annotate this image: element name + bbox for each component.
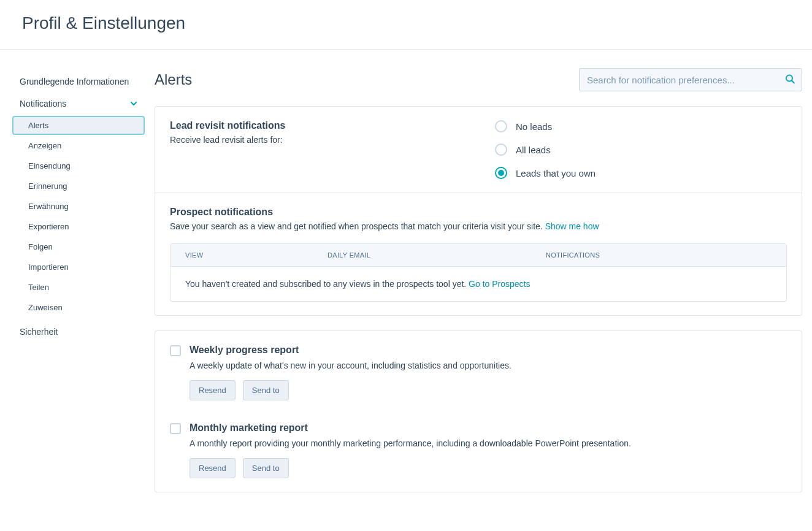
show-me-how-link[interactable]: Show me how <box>545 221 599 231</box>
th-daily-email: DAILY EMAIL <box>313 244 531 266</box>
sidebar-item-label: Erwähnung <box>28 202 69 211</box>
radio-label: No leads <box>516 121 552 132</box>
th-view: VIEW <box>170 244 313 266</box>
chevron-down-icon <box>130 100 137 107</box>
sidebar-subitem-erinnerung[interactable]: Erinnerung <box>12 177 145 196</box>
radio-all-leads[interactable]: All leads <box>495 143 787 156</box>
sidebar-item-notifications[interactable]: Notifications <box>12 94 145 113</box>
radio-label: All leads <box>516 145 551 155</box>
weekly-report-title: Weekly progress report <box>190 345 787 356</box>
weekly-resend-button[interactable]: Resend <box>190 380 236 400</box>
sidebar-item-label: Importieren <box>28 262 69 272</box>
sidebar: Grundlegende Informationen Notifications… <box>0 50 155 522</box>
sidebar-item-label: Erinnerung <box>28 181 67 191</box>
sidebar-subitem-einsendung[interactable]: Einsendung <box>12 156 145 175</box>
sidebar-subitem-exportieren[interactable]: Exportieren <box>12 217 145 236</box>
sidebar-item-label: Folgen <box>28 242 53 251</box>
table-empty-row: You haven't created and subscribed to an… <box>170 267 786 301</box>
sidebar-item-basic-info[interactable]: Grundlegende Informationen <box>12 72 145 91</box>
monthly-send-to-button[interactable]: Send to <box>243 458 289 478</box>
sidebar-item-label: Exportieren <box>28 222 69 231</box>
monthly-report-title: Monthly marketing report <box>190 422 787 434</box>
lead-revisit-title: Lead revisit notifications <box>170 120 462 131</box>
reports-panel: Weekly progress report A weekly update o… <box>155 330 802 492</box>
radio-icon <box>495 143 507 156</box>
sidebar-item-label: Alerts <box>28 121 48 130</box>
search-icon[interactable] <box>785 74 795 86</box>
monthly-report-checkbox[interactable] <box>170 423 181 434</box>
prospect-section: Prospect notifications Save your search … <box>155 193 802 315</box>
sidebar-item-label: Grundlegende Informationen <box>20 77 129 86</box>
sidebar-subitem-anzeigen[interactable]: Anzeigen <box>12 136 145 155</box>
prospect-desc: Save your search as a view and get notif… <box>170 221 787 231</box>
weekly-report-row: Weekly progress report A weekly update o… <box>170 345 787 400</box>
radio-icon <box>495 120 507 132</box>
sidebar-item-label: Zuweisen <box>28 303 63 312</box>
sidebar-subitem-zuweisen[interactable]: Zuweisen <box>12 298 145 317</box>
go-to-prospects-link[interactable]: Go to Prospects <box>469 279 530 289</box>
sidebar-item-label: Anzeigen <box>28 141 61 150</box>
lead-revisit-radio-group: No leads All leads Leads that you own <box>495 120 787 179</box>
svg-line-1 <box>792 81 794 83</box>
sidebar-subitem-alerts[interactable]: Alerts <box>12 116 145 135</box>
weekly-report-checkbox[interactable] <box>170 345 181 356</box>
monthly-report-row: Monthly marketing report A monthly repor… <box>170 422 787 478</box>
sidebar-subitem-erwaehnung[interactable]: Erwähnung <box>12 197 145 216</box>
sidebar-item-label: Notifications <box>20 99 66 109</box>
sidebar-subitem-folgen[interactable]: Folgen <box>12 237 145 256</box>
alerts-panel: Lead revisit notifications Receive lead … <box>155 106 802 316</box>
radio-leads-you-own[interactable]: Leads that you own <box>495 167 787 179</box>
prospect-title: Prospect notifications <box>170 207 787 218</box>
weekly-report-desc: A weekly update of what's new in your ac… <box>190 361 787 370</box>
sidebar-item-security[interactable]: Sicherheit <box>12 322 145 342</box>
lead-revisit-section: Lead revisit notifications Receive lead … <box>155 107 802 193</box>
lead-revisit-desc: Receive lead revisit alerts for: <box>170 135 462 145</box>
radio-label: Leads that you own <box>516 168 596 178</box>
weekly-send-to-button[interactable]: Send to <box>243 380 289 400</box>
sidebar-subitem-teilen[interactable]: Teilen <box>12 278 145 297</box>
search-wrap <box>579 68 802 91</box>
sidebar-item-label: Sicherheit <box>20 327 58 337</box>
table-head: VIEW DAILY EMAIL NOTIFICATIONS <box>170 244 786 267</box>
sidebar-item-label: Einsendung <box>28 161 71 170</box>
sidebar-item-label: Teilen <box>28 283 49 292</box>
monthly-report-desc: A monthly report providing your monthly … <box>190 438 787 448</box>
page-header: Profil & Einstellungen <box>0 0 812 50</box>
prospect-table: VIEW DAILY EMAIL NOTIFICATIONS You haven… <box>170 243 787 302</box>
monthly-resend-button[interactable]: Resend <box>190 458 236 478</box>
radio-icon <box>495 167 507 179</box>
radio-no-leads[interactable]: No leads <box>495 120 787 132</box>
search-input[interactable] <box>579 68 802 91</box>
sidebar-subitem-importieren[interactable]: Importieren <box>12 258 145 277</box>
page-title: Profil & Einstellungen <box>22 13 790 33</box>
th-notifications: NOTIFICATIONS <box>531 244 786 266</box>
main-content: Alerts Lead revisit notifications Receiv… <box>155 50 812 522</box>
section-title: Alerts <box>155 71 192 88</box>
